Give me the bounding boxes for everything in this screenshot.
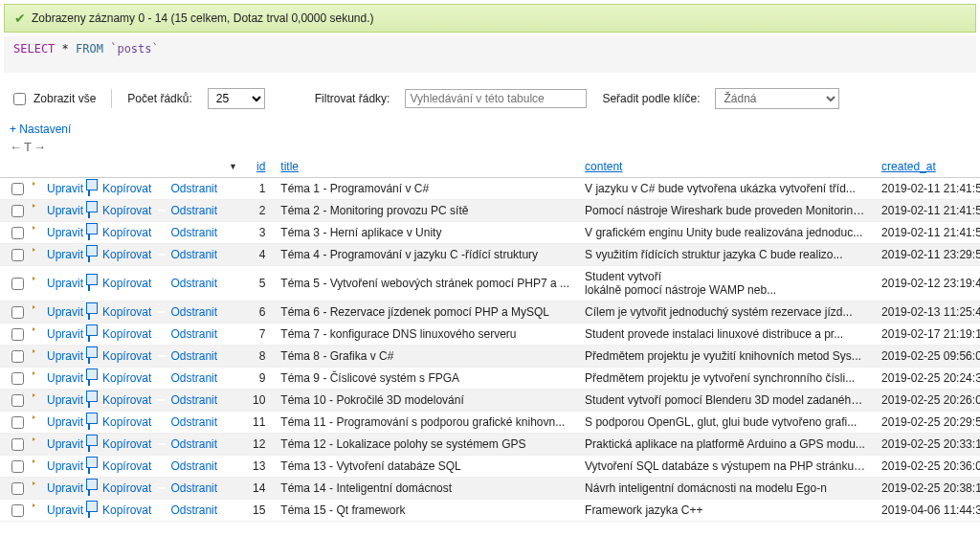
delete-link[interactable]: Odstranit [155, 349, 217, 363]
edit-link[interactable]: Upravit [32, 305, 83, 319]
row-checkbox[interactable] [11, 249, 24, 261]
edit-link[interactable]: Upravit [32, 349, 83, 363]
edit-link[interactable]: Upravit [32, 204, 83, 217]
copy-link[interactable]: Kopírovat [87, 204, 151, 217]
edit-link[interactable]: Upravit [32, 437, 83, 451]
show-all-checkbox-label[interactable]: Zobrazit vše [10, 92, 96, 105]
edit-link[interactable]: Upravit [32, 371, 83, 385]
copy-link[interactable]: Kopírovat [87, 371, 151, 385]
row-checkbox[interactable] [11, 205, 24, 217]
row-checkbox[interactable] [11, 482, 24, 495]
delete-icon [155, 503, 168, 517]
cell-created-at: 2019-02-12 23:19:45 [874, 266, 980, 302]
delete-link[interactable]: Odstranit [155, 248, 217, 261]
copy-icon [87, 327, 100, 341]
pencil-icon [32, 248, 45, 261]
copy-link[interactable]: Kopírovat [87, 327, 151, 341]
cell-title: Téma 3 - Herní aplikace v Unity [273, 222, 577, 244]
cell-created-at: 2019-02-25 20:36:08 [874, 456, 980, 478]
delete-link[interactable]: Odstranit [155, 371, 217, 385]
table-row: UpravitKopírovatOdstranit13Téma 13 - Vyt… [0, 456, 980, 478]
row-checkbox[interactable] [11, 306, 24, 319]
edit-link[interactable]: Upravit [32, 415, 83, 429]
row-count-select[interactable]: 25 [208, 88, 265, 109]
delete-icon [155, 226, 168, 239]
edit-link[interactable]: Upravit [32, 182, 83, 195]
delete-icon [155, 204, 168, 217]
edit-link[interactable]: Upravit [32, 393, 83, 407]
sort-key-select[interactable]: Žádná [715, 88, 839, 109]
cell-title: Téma 8 - Grafika v C# [273, 346, 577, 368]
delete-link[interactable]: Odstranit [155, 327, 217, 341]
copy-link[interactable]: Kopírovat [87, 305, 151, 319]
row-checkbox[interactable] [11, 460, 24, 473]
edit-link[interactable]: Upravit [32, 459, 83, 473]
delete-link[interactable]: Odstranit [155, 437, 217, 451]
copy-icon [87, 503, 100, 517]
copy-link[interactable]: Kopírovat [87, 437, 151, 451]
copy-link[interactable]: Kopírovat [87, 415, 151, 429]
delete-link[interactable]: Odstranit [155, 182, 217, 195]
cell-title: Téma 7 - konfigurace DNS linuxového serv… [273, 324, 577, 346]
edit-link[interactable]: Upravit [32, 226, 83, 239]
row-checkbox[interactable] [11, 227, 24, 239]
cell-title: Téma 15 - Qt framework [273, 500, 577, 522]
delete-link[interactable]: Odstranit [155, 459, 217, 473]
delete-link[interactable]: Odstranit [155, 305, 217, 319]
edit-link[interactable]: Upravit [32, 248, 83, 261]
row-checkbox[interactable] [11, 278, 24, 290]
copy-icon [87, 305, 100, 319]
copy-link[interactable]: Kopírovat [87, 226, 151, 239]
edit-link[interactable]: Upravit [32, 327, 83, 341]
copy-icon [87, 371, 100, 385]
pencil-icon [32, 481, 45, 495]
edit-link[interactable]: Upravit [32, 503, 83, 517]
row-checkbox[interactable] [11, 394, 24, 407]
row-checkbox[interactable] [11, 438, 24, 451]
edit-link[interactable]: Upravit [32, 481, 83, 495]
show-all-checkbox[interactable] [13, 93, 26, 105]
copy-link[interactable]: Kopírovat [87, 277, 151, 290]
row-checkbox[interactable] [11, 350, 24, 363]
delete-link[interactable]: Odstranit [155, 393, 217, 407]
row-checkbox[interactable] [11, 372, 24, 385]
copy-icon [87, 182, 100, 195]
column-header-content[interactable]: content [577, 156, 874, 178]
delete-icon [155, 415, 168, 429]
copy-link[interactable]: Kopírovat [87, 481, 151, 495]
copy-link[interactable]: Kopírovat [87, 248, 151, 261]
copy-link[interactable]: Kopírovat [87, 349, 151, 363]
delete-icon [155, 349, 168, 363]
settings-toggle[interactable]: + Nastavení [0, 121, 980, 138]
column-header-title[interactable]: title [273, 156, 577, 178]
row-checkbox[interactable] [11, 183, 24, 195]
copy-link[interactable]: Kopírovat [87, 459, 151, 473]
row-checkbox[interactable] [11, 328, 24, 341]
copy-link[interactable]: Kopírovat [87, 182, 151, 195]
column-header-id[interactable]: id [245, 156, 273, 178]
delete-link[interactable]: Odstranit [155, 277, 217, 290]
cell-created-at: 2019-02-11 23:29:52 [874, 244, 980, 266]
copy-link[interactable]: Kopírovat [87, 503, 151, 517]
filter-input[interactable] [405, 89, 587, 108]
delete-link[interactable]: Odstranit [155, 204, 217, 217]
copy-link[interactable]: Kopírovat [87, 393, 151, 407]
pencil-icon [32, 459, 45, 473]
column-header-created-at[interactable]: created_at [874, 156, 980, 178]
delete-link[interactable]: Odstranit [155, 226, 217, 239]
row-checkbox[interactable] [11, 504, 24, 517]
cell-created-at: 2019-02-25 20:33:15 [874, 434, 980, 456]
sort-arrow-icon[interactable]: ▼ [229, 162, 237, 171]
row-checkbox[interactable] [11, 416, 24, 429]
edit-link[interactable]: Upravit [32, 277, 83, 290]
table-row: UpravitKopírovatOdstranit5Téma 5 - Vytvo… [0, 266, 980, 302]
copy-icon [87, 349, 100, 363]
delete-link[interactable]: Odstranit [155, 415, 217, 429]
delete-link[interactable]: Odstranit [155, 503, 217, 517]
delete-icon [155, 481, 168, 495]
delete-link[interactable]: Odstranit [155, 481, 217, 495]
column-nav-icons[interactable]: ←T→ [0, 138, 980, 156]
table-row: UpravitKopírovatOdstranit12Téma 12 - Lok… [0, 434, 980, 456]
copy-icon [87, 277, 100, 290]
cell-content: Student vytvoří pomocí Blenderu 3D model… [577, 390, 874, 412]
